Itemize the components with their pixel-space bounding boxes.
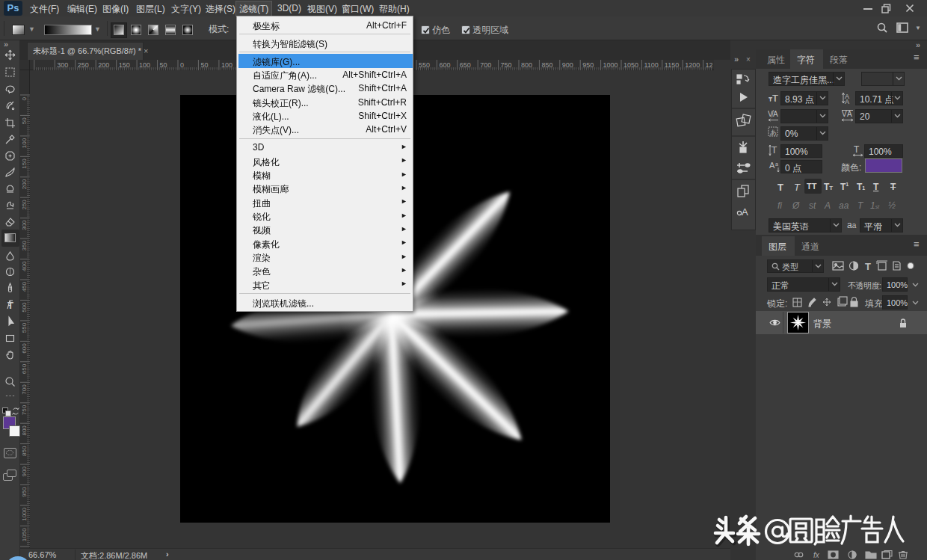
svg-text:T: T — [772, 93, 778, 103]
svg-text:550: 550 — [419, 61, 430, 69]
svg-text:A: A — [845, 98, 849, 105]
svg-text:50: 50 — [200, 61, 208, 69]
svg-text:250: 250 — [21, 200, 28, 210]
svg-text:1000: 1000 — [603, 61, 618, 69]
svg-text:900: 900 — [21, 467, 28, 477]
svg-text:V: V — [842, 110, 847, 118]
svg-text:0: 0 — [21, 96, 28, 100]
svg-text:700: 700 — [480, 61, 491, 69]
svg-text:1200: 1200 — [685, 61, 700, 69]
svg-text:1050: 1050 — [21, 528, 28, 541]
svg-text:A: A — [769, 161, 775, 170]
svg-text:150: 150 — [119, 61, 130, 69]
svg-text:800: 800 — [521, 61, 532, 69]
svg-text:A: A — [742, 206, 748, 218]
svg-text:T: T — [772, 145, 777, 156]
svg-text:950: 950 — [21, 487, 28, 497]
svg-text:あ: あ — [770, 129, 777, 136]
svg-text:850: 850 — [541, 61, 552, 69]
svg-text:0: 0 — [180, 61, 184, 69]
svg-text:T: T — [865, 261, 871, 272]
svg-text:200: 200 — [21, 179, 28, 189]
svg-text:100: 100 — [139, 61, 150, 69]
svg-text:1050: 1050 — [623, 61, 638, 69]
svg-text:A: A — [773, 110, 778, 118]
svg-text:300: 300 — [57, 61, 68, 69]
svg-text:350: 350 — [21, 241, 28, 251]
svg-text:650: 650 — [21, 363, 28, 374]
svg-text:400: 400 — [21, 261, 28, 271]
svg-text:300: 300 — [21, 220, 28, 230]
svg-text:50: 50 — [160, 61, 167, 69]
svg-text:550: 550 — [21, 322, 28, 333]
svg-text:100: 100 — [21, 138, 28, 148]
svg-text:900: 900 — [562, 61, 573, 69]
svg-text:500: 500 — [21, 302, 28, 313]
svg-text:100: 100 — [221, 61, 232, 69]
svg-text:250: 250 — [78, 61, 89, 69]
svg-text:1100: 1100 — [644, 61, 658, 69]
svg-text:450: 450 — [21, 281, 28, 292]
svg-text:800: 800 — [21, 425, 28, 436]
svg-text:1250: 1250 — [706, 61, 712, 69]
svg-text:750: 750 — [21, 404, 28, 415]
svg-text:T: T — [854, 144, 860, 155]
svg-text:50: 50 — [21, 117, 28, 124]
svg-text:600: 600 — [439, 61, 450, 69]
svg-text:a: a — [775, 161, 778, 167]
svg-text:700: 700 — [21, 384, 28, 395]
svg-text:fx: fx — [813, 551, 820, 559]
svg-text:A: A — [847, 110, 852, 118]
svg-text:600: 600 — [21, 343, 28, 354]
svg-text:850: 850 — [21, 446, 28, 456]
svg-text:750: 750 — [501, 61, 512, 69]
svg-text:650: 650 — [460, 61, 471, 69]
svg-text:950: 950 — [582, 61, 594, 69]
svg-text:200: 200 — [98, 61, 109, 69]
svg-text:150: 150 — [21, 159, 28, 169]
svg-text:1000: 1000 — [21, 507, 28, 520]
svg-text:1150: 1150 — [665, 61, 679, 69]
